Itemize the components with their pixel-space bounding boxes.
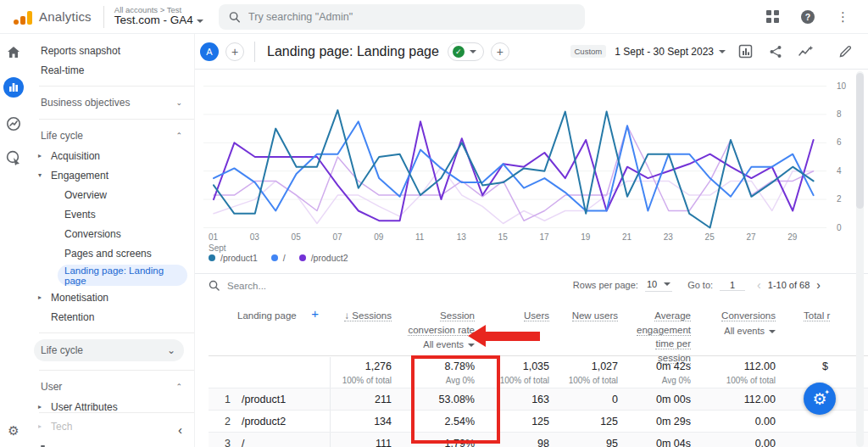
sidebar-item-conversions[interactable]: Conversions: [27, 224, 194, 243]
report-header: A + Landing page: Landing page ✓ + Custo…: [195, 34, 868, 70]
sidebar-item-tech[interactable]: ▸Tech: [27, 416, 194, 436]
next-page-icon[interactable]: ›: [816, 278, 821, 292]
goto-page-input[interactable]: [720, 280, 745, 291]
totals-conv-rate: 8.78%Avg 0%: [392, 357, 475, 388]
totals-sessions: 1,276100% of total: [331, 357, 392, 388]
goto-label: Go to:: [687, 280, 713, 290]
saved-state-badge[interactable]: ✓: [448, 42, 484, 61]
insights-fab-button[interactable]: ⚙ ✦: [804, 383, 836, 415]
global-search-input[interactable]: [248, 11, 575, 23]
help-icon[interactable]: ?: [801, 10, 815, 24]
legend-item[interactable]: /product1: [209, 253, 258, 263]
add-dimension-button[interactable]: +: [311, 309, 319, 319]
sidebar-item-pages-and-screens[interactable]: Pages and screens: [27, 243, 194, 263]
chevron-down-icon: ⌄: [167, 344, 175, 356]
landing-page-name: /: [242, 438, 244, 447]
col-session-conversion-rate[interactable]: Session conversion rate All events: [392, 302, 475, 366]
line-chart: 0246810: [203, 85, 865, 229]
table-search-input[interactable]: [227, 281, 346, 291]
admin-gear-icon[interactable]: ⚙: [0, 423, 27, 439]
table-search[interactable]: [209, 280, 346, 291]
col-sessions[interactable]: Sessions: [331, 302, 392, 366]
arrow-right-icon: ▸: [38, 293, 42, 301]
apps-grid-icon[interactable]: [766, 10, 779, 23]
arrow-down-icon: ▾: [38, 171, 42, 179]
vertical-scrollbar[interactable]: [856, 71, 864, 447]
table-row[interactable]: 2/product2 134 2.54% 125 125 0m 29s 0.00: [209, 410, 868, 432]
advertising-icon[interactable]: [6, 116, 21, 131]
nav-rail: ⚙: [0, 34, 27, 447]
global-search[interactable]: [219, 4, 585, 30]
sidebar-item-overview[interactable]: Overview: [27, 185, 194, 204]
col-avg-engagement-time[interactable]: Average engagement time per session: [618, 302, 691, 366]
legend-dot-icon: [299, 254, 306, 261]
reports-icon[interactable]: [3, 77, 24, 98]
chevron-down-icon: [664, 282, 670, 286]
x-tick-label: 21: [622, 232, 651, 243]
totals-new-users: 1,027100% of total: [549, 357, 618, 388]
annotation-arrow: [486, 332, 540, 341]
brand-name: Analytics: [39, 9, 92, 24]
chevron-down-icon: [769, 330, 776, 333]
sidebar-item-reports-snapshot[interactable]: Reports snapshot: [27, 41, 194, 60]
sidebar-section-life-cycle[interactable]: Life cycle⌃: [27, 126, 194, 146]
analytics-logo-icon[interactable]: [14, 9, 32, 25]
edit-icon[interactable]: [834, 41, 856, 63]
col-new-users[interactable]: New users: [549, 302, 618, 366]
sidebar-item-events[interactable]: Events: [27, 204, 194, 224]
share-icon[interactable]: [765, 41, 787, 63]
legend-dot-icon: [209, 254, 215, 261]
sidebar-section-business-objectives[interactable]: Business objectives⌄: [27, 92, 194, 113]
sidebar-section-user[interactable]: User⌃: [27, 377, 194, 397]
chevron-up-icon: ⌃: [175, 383, 182, 391]
sidebar-item-engagement[interactable]: ▾Engagement: [27, 165, 194, 185]
more-menu-icon[interactable]: ⋮: [837, 11, 849, 23]
x-tick-label: 23: [664, 232, 693, 243]
x-tick-label: 27: [746, 232, 775, 243]
rows-per-page-select[interactable]: 10: [645, 279, 672, 292]
conversions-event-filter[interactable]: All events: [724, 325, 776, 338]
insights-icon[interactable]: [795, 41, 817, 63]
table-row[interactable]: 1/product1 211 53.08% 163 0 0m 00s 112.0…: [209, 388, 868, 410]
ga4-app: Analytics All accounts > Test Test.com -…: [0, 0, 868, 447]
sidebar-item-library[interactable]: Library: [27, 441, 194, 447]
table-row[interactable]: 3/ 111 1.79% 98 95 0m 04s 0.00: [209, 432, 868, 447]
table-controls: Rows per page: 10 Go to: ‹ 1-10 of 68 ›: [195, 278, 868, 300]
scrollbar-thumb[interactable]: [856, 73, 864, 209]
report-snapshot-icon[interactable]: [734, 41, 756, 63]
sidebar-item-retention[interactable]: Retention: [27, 307, 194, 327]
totals-avg-engagement: 0m 42sAvg 0%: [618, 357, 691, 388]
sidebar-item-monetisation[interactable]: ▸Monetisation: [27, 288, 194, 307]
topbar: Analytics All accounts > Test Test.com -…: [0, 0, 868, 34]
add-report-button[interactable]: +: [491, 42, 509, 61]
conversion-rate-event-filter[interactable]: All events: [423, 338, 475, 352]
legend-item[interactable]: /product2: [299, 253, 348, 263]
legend-item[interactable]: /: [271, 253, 286, 263]
chart-legend: /product1//product2: [209, 253, 348, 263]
collapse-sidebar-icon[interactable]: ‹: [178, 422, 182, 437]
prev-page-icon[interactable]: ‹: [757, 278, 761, 292]
chevron-down-icon: [197, 20, 203, 23]
sidebar-item-real-time[interactable]: Real-time: [27, 60, 194, 80]
divider: [195, 273, 868, 274]
landing-page-name: /product2: [242, 416, 286, 427]
arrow-right-icon: ▸: [38, 422, 42, 430]
sidebar-collection-life-cycle[interactable]: Life cycle⌄: [34, 339, 184, 361]
totals-blank: [209, 357, 331, 388]
sidebar-item-landing-page-selected[interactable]: Landing page: Landing page: [58, 265, 187, 286]
add-comparison-button[interactable]: +: [225, 42, 244, 61]
explore-icon[interactable]: [6, 150, 21, 165]
avatar[interactable]: A: [200, 42, 219, 61]
sidebar-item-user-attributes[interactable]: ▸User Attributes: [27, 397, 194, 416]
divider: [39, 86, 194, 87]
col-total-revenue[interactable]: Total r: [776, 302, 868, 366]
sidebar-item-acquisition[interactable]: ▸Acquisition: [27, 146, 194, 165]
date-range-picker[interactable]: 1 Sept - 30 Sept 2023: [615, 46, 726, 58]
chevron-down-icon: ⌄: [175, 98, 182, 107]
col-conversions[interactable]: Conversions All events: [691, 302, 776, 366]
date-custom-badge: Custom: [570, 45, 607, 58]
home-icon[interactable]: [7, 46, 20, 59]
totals-conversions: 112.00100% of total: [691, 357, 776, 388]
account-switcher[interactable]: All accounts > Test Test.com - GA4: [114, 6, 203, 27]
table-totals-row: 1,276100% of total 8.78%Avg 0% 1,035100%…: [209, 357, 868, 388]
